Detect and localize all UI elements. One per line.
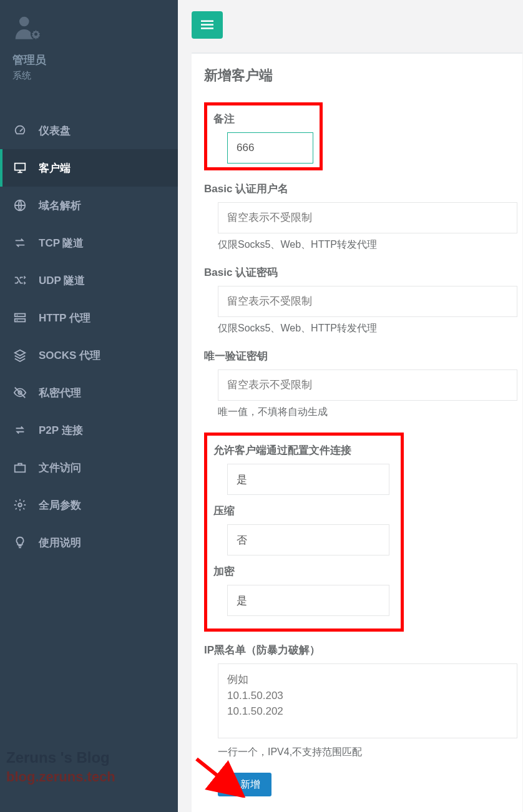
basic-pass-input[interactable] [218,286,517,317]
gear-icon [12,497,27,512]
remark-input[interactable] [227,132,313,164]
svg-point-2 [34,32,37,36]
nav-client[interactable]: 客户端 [0,149,178,187]
nav-secret[interactable]: 私密代理 [0,374,178,411]
nav-file[interactable]: 文件访问 [0,449,178,486]
nav-label: HTTP 代理 [39,311,90,325]
briefcase-icon [12,460,27,475]
remark-highlight: 备注 [204,102,323,170]
blacklist-group: IP黑名单（防暴力破解） 一行一个，IPV4,不支持范围匹配 [204,643,522,759]
nav-label: 仪表盘 [39,124,71,138]
user-role: 系统 [12,70,165,82]
svg-point-0 [19,17,29,27]
nav-label: 私密代理 [39,386,81,400]
nav-http[interactable]: HTTP 代理 [0,299,178,336]
shuffle-icon [12,273,27,288]
allow-conf-select[interactable]: 是 [227,464,389,495]
svg-rect-9 [15,465,26,472]
nav-label: UDP 隧道 [39,273,85,288]
blacklist-help: 一行一个，IPV4,不支持范围匹配 [204,746,522,759]
nav-udp[interactable]: UDP 隧道 [0,262,178,299]
vkey-group: 唯一验证密钥 唯一值，不填将自动生成 [204,349,522,419]
basic-pass-help: 仅限Socks5、Web、HTTP转发代理 [204,322,522,335]
basic-user-group: Basic 认证用户名 仅限Socks5、Web、HTTP转发代理 [204,182,522,252]
blacklist-label: IP黑名单（防暴力破解） [204,643,522,657]
hamburger-icon [201,20,213,30]
basic-pass-label: Basic 认证密码 [204,265,522,280]
check-circle-icon [225,779,237,790]
basic-user-input[interactable] [218,202,517,233]
svg-rect-11 [201,21,213,22]
nav-p2p[interactable]: P2P 连接 [0,411,178,449]
sidebar: 管理员 系统 仪表盘 客户端 域名解析 TCP 隧道 [0,0,178,812]
nav-dashboard[interactable]: 仪表盘 [0,112,178,149]
vkey-label: 唯一验证密钥 [204,349,522,363]
menu-toggle-button[interactable] [192,11,223,39]
svg-rect-4 [15,314,26,317]
vkey-help: 唯一值，不填将自动生成 [204,406,522,419]
user-name: 管理员 [12,52,165,67]
nav-label: 客户端 [39,161,71,175]
nav-label: 文件访问 [39,461,81,475]
globe-icon [12,198,27,213]
svg-rect-5 [15,319,26,322]
svg-rect-13 [201,27,213,29]
allow-conf-label: 允许客户端通过配置文件连接 [213,443,394,457]
remark-label: 备注 [213,112,313,126]
submit-row: 新增 [204,773,522,796]
server-icon [12,310,27,325]
nav-help[interactable]: 使用说明 [0,524,178,561]
svg-rect-12 [201,24,213,26]
sidebar-header: 管理员 系统 [0,0,178,93]
form-panel: 新增客户端 备注 Basic 认证用户名 仅限Socks5、Web、HTTP转发… [192,52,522,812]
user-gear-icon [12,14,44,45]
blacklist-textarea[interactable] [218,663,517,738]
crypt-select[interactable]: 是 [227,585,389,616]
options-highlight: 允许客户端通过配置文件连接 是 压缩 否 加密 [204,433,404,632]
exchange-icon [12,235,27,250]
layers-icon [12,348,27,363]
basic-pass-group: Basic 认证密码 仅限Socks5、Web、HTTP转发代理 [204,265,522,335]
basic-user-label: Basic 认证用户名 [204,182,522,196]
dashboard-icon [12,123,27,138]
crypt-label: 加密 [213,564,394,579]
vkey-input[interactable] [218,369,517,401]
nav-label: P2P 连接 [39,423,83,438]
main-content: 新增客户端 备注 Basic 认证用户名 仅限Socks5、Web、HTTP转发… [178,0,523,812]
nav-tcp[interactable]: TCP 隧道 [0,224,178,262]
nav-label: 域名解析 [39,198,81,213]
submit-label: 新增 [240,778,260,791]
compress-select[interactable]: 否 [227,524,389,555]
nav-label: SOCKS 代理 [39,348,100,363]
nav-label: 全局参数 [39,498,81,512]
nav-global[interactable]: 全局参数 [0,486,178,524]
monitor-icon [12,160,27,175]
sidebar-nav: 仪表盘 客户端 域名解析 TCP 隧道 UDP 隧道 [0,112,178,812]
nav-domain[interactable]: 域名解析 [0,187,178,224]
nav-label: 使用说明 [39,536,81,550]
swap-icon [12,423,27,438]
nav-socks[interactable]: SOCKS 代理 [0,336,178,374]
lightbulb-icon [12,535,27,550]
svg-point-7 [17,320,18,321]
svg-point-6 [17,315,18,316]
submit-button[interactable]: 新增 [218,773,271,796]
compress-label: 压缩 [213,504,394,518]
basic-user-help: 仅限Socks5、Web、HTTP转发代理 [204,238,522,252]
panel-title: 新增客户端 [204,66,522,85]
nav-label: TCP 隧道 [39,236,84,250]
eye-off-icon [12,385,27,400]
svg-point-10 [18,503,22,507]
